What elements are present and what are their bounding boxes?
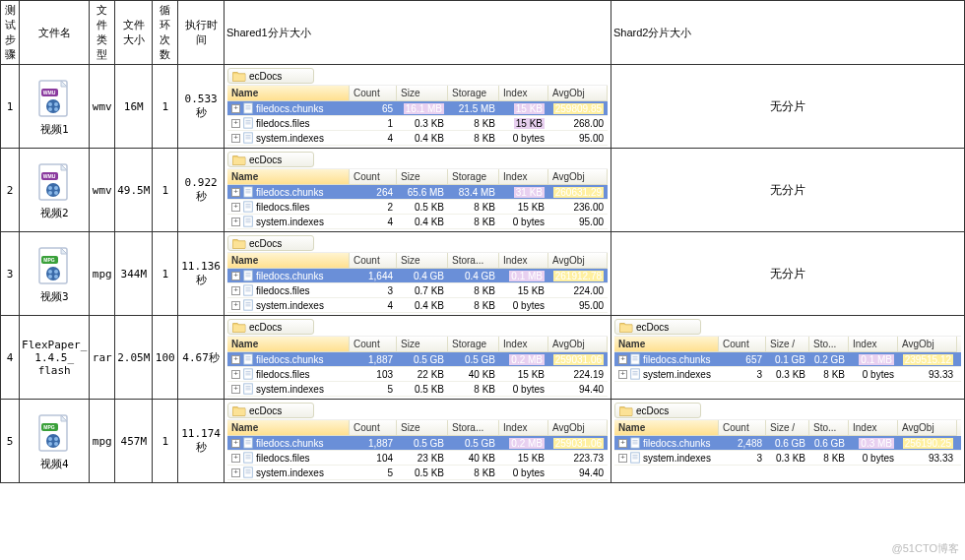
col-size[interactable]: Size (397, 337, 448, 352)
col-index[interactable]: Index (499, 169, 548, 185)
cell-count: 1 (350, 117, 397, 130)
grid-row[interactable]: +filedocs.chunks1,8870.5 GB0.5 GB0.2 MB2… (227, 436, 608, 451)
expand-icon[interactable]: + (231, 203, 240, 212)
cell-index: 0 bytes (849, 452, 898, 465)
grid-row[interactable]: +system.indexes30.3 KB8 KB0 bytes93.33 (614, 451, 961, 466)
col-avgobj[interactable]: AvgObj (548, 253, 608, 269)
grid-row[interactable]: +filedocs.files10.3 KB8 KB15 KB268.00 (227, 116, 608, 131)
cell-storage: 83.4 MB (448, 186, 499, 199)
expand-icon[interactable]: + (231, 218, 240, 226)
col-count[interactable]: Count (719, 337, 766, 352)
grid-row[interactable]: +system.indexes40.4 KB8 KB0 bytes95.00 (227, 298, 608, 313)
cell-filetype: wmv (90, 65, 115, 149)
grid-row[interactable]: +filedocs.chunks26465.6 MB83.4 MB31 KB26… (227, 185, 608, 200)
expand-icon[interactable]: + (231, 301, 240, 310)
col-avgobj[interactable]: AvgObj (548, 337, 608, 352)
expand-icon[interactable]: + (231, 188, 240, 197)
col-avgobj[interactable]: AvgObj (898, 420, 957, 436)
col-storage[interactable]: Stora... (448, 420, 499, 436)
grid-row[interactable]: +filedocs.chunks1,6440.4 GB0.4 GB0.1 MB2… (227, 269, 608, 283)
expand-icon[interactable]: + (231, 119, 240, 128)
col-storage[interactable]: Sto... (809, 420, 849, 436)
expand-icon[interactable]: + (618, 355, 627, 364)
folder-header[interactable]: ecDocs (227, 152, 314, 167)
grid-row[interactable]: +filedocs.files20.5 KB8 KB15 KB236.00 (227, 200, 608, 215)
col-name[interactable]: Name (227, 420, 350, 436)
col-avgobj[interactable]: AvgObj (548, 169, 608, 185)
col-count[interactable]: Count (719, 420, 766, 436)
folder-header[interactable]: ecDocs (614, 403, 701, 418)
grid-row[interactable]: +system.indexes30.3 KB8 KB0 bytes93.33 (614, 367, 961, 382)
col-avgobj[interactable]: AvgObj (548, 420, 608, 436)
col-name[interactable]: Name (614, 337, 719, 352)
col-name[interactable]: Name (227, 253, 350, 269)
folder-header[interactable]: ecDocs (614, 319, 701, 335)
col-avgobj[interactable]: AvgObj (548, 86, 608, 101)
cell-step: 4 (1, 316, 20, 400)
col-name[interactable]: Name (227, 337, 350, 352)
expand-icon[interactable]: + (618, 370, 627, 379)
expand-icon[interactable]: + (618, 454, 627, 463)
expand-icon[interactable]: + (618, 439, 627, 448)
grid-row[interactable]: +filedocs.chunks1,8870.5 GB0.5 GB0.2 MB2… (227, 352, 608, 367)
grid-row[interactable]: +filedocs.files10423 KB40 KB15 KB223.73 (227, 451, 608, 466)
col-size[interactable]: Size / (766, 420, 809, 436)
expand-icon[interactable]: + (231, 439, 240, 448)
expand-icon[interactable]: + (231, 272, 240, 280)
grid-row[interactable]: +filedocs.files10322 KB40 KB15 KB224.19 (227, 367, 608, 382)
grid-row[interactable]: +system.indexes40.4 KB8 KB0 bytes95.00 (227, 215, 608, 229)
col-size[interactable]: Size / (766, 337, 809, 352)
cell-avgobj: 256190.25 (898, 437, 957, 450)
col-size[interactable]: Size (397, 420, 448, 436)
col-index[interactable]: Index (849, 337, 898, 352)
col-index[interactable]: Index (499, 420, 548, 436)
col-storage[interactable]: Stora... (448, 253, 499, 269)
col-name[interactable]: Name (227, 169, 350, 185)
col-name[interactable]: Name (614, 420, 719, 436)
col-count[interactable]: Count (350, 420, 397, 436)
expand-icon[interactable]: + (231, 104, 240, 113)
col-index[interactable]: Index (499, 253, 548, 269)
col-size[interactable]: Size (397, 86, 448, 101)
grid-row[interactable]: +filedocs.chunks6516.1 MB21.5 MB15 KB259… (227, 101, 608, 116)
col-storage[interactable]: Storage (448, 86, 499, 101)
col-count[interactable]: Count (350, 169, 397, 185)
grid-row[interactable]: +filedocs.chunks2,4880.6 GB0.6 GB0.3 MB2… (614, 436, 961, 451)
grid-row[interactable]: +system.indexes40.4 KB8 KB0 bytes95.00 (227, 131, 608, 146)
cell-filesize: 344M (115, 232, 153, 316)
folder-header[interactable]: ecDocs (227, 403, 314, 418)
svg-point-4 (48, 102, 52, 106)
expand-icon[interactable]: + (231, 286, 240, 295)
folder-header[interactable]: ecDocs (227, 235, 314, 251)
folder-header[interactable]: ecDocs (227, 319, 314, 335)
col-storage[interactable]: Sto... (809, 337, 849, 352)
col-index[interactable]: Index (499, 86, 548, 101)
col-storage[interactable]: Storage (448, 337, 499, 352)
col-count[interactable]: Count (350, 253, 397, 269)
folder-header[interactable]: ecDocs (227, 68, 314, 84)
grid-row[interactable]: +system.indexes50.5 KB8 KB0 bytes94.40 (227, 382, 608, 397)
col-storage[interactable]: Storage (448, 169, 499, 185)
expand-icon[interactable]: + (231, 134, 240, 143)
grid-row[interactable]: +filedocs.chunks6570.1 GB0.2 GB0.1 MB239… (614, 352, 961, 367)
col-avgobj[interactable]: AvgObj (898, 337, 957, 352)
expand-icon[interactable]: + (231, 385, 240, 394)
folder-label: ecDocs (249, 322, 282, 333)
expand-icon[interactable]: + (231, 370, 240, 379)
th-exectime: 执行时间 (178, 1, 225, 65)
grid-header-row: NameCountSize /Sto...IndexAvgObj (614, 336, 961, 352)
col-size[interactable]: Size (397, 169, 448, 185)
col-index[interactable]: Index (849, 420, 898, 436)
svg-point-47 (54, 275, 58, 279)
col-name[interactable]: Name (227, 86, 350, 101)
expand-icon[interactable]: + (231, 454, 240, 463)
col-count[interactable]: Count (350, 86, 397, 101)
col-index[interactable]: Index (499, 337, 548, 352)
expand-icon[interactable]: + (231, 468, 240, 477)
grid-row[interactable]: +filedocs.files30.7 KB8 KB15 KB224.00 (227, 283, 608, 298)
col-count[interactable]: Count (350, 337, 397, 352)
col-size[interactable]: Size (397, 253, 448, 269)
cell-index: 0 bytes (499, 467, 548, 479)
expand-icon[interactable]: + (231, 355, 240, 364)
grid-row[interactable]: +system.indexes50.5 KB8 KB0 bytes94.40 (227, 466, 608, 480)
